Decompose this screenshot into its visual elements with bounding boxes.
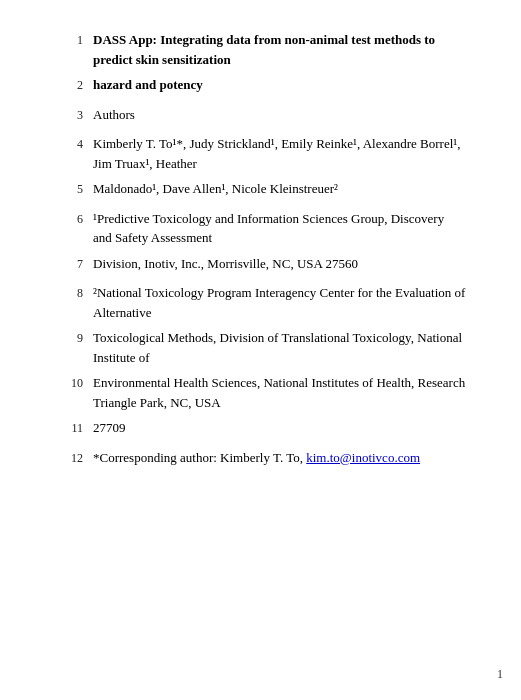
line-text: 27709 (93, 418, 466, 438)
line-number: 8 (55, 286, 83, 301)
line-number: 3 (55, 108, 83, 123)
line-number: 9 (55, 331, 83, 346)
document-line: 8²National Toxicology Program Interagenc… (55, 283, 466, 322)
line-text: Authors (93, 105, 466, 125)
line-text: ²National Toxicology Program Interagency… (93, 283, 466, 322)
line-text: DASS App: Integrating data from non-anim… (93, 30, 466, 69)
document-line: 6¹Predictive Toxicology and Information … (55, 209, 466, 248)
document-line: 9Toxicological Methods, Division of Tran… (55, 328, 466, 367)
document-line: 1127709 (55, 418, 466, 438)
line-number: 12 (55, 451, 83, 466)
line-text: hazard and potency (93, 75, 466, 95)
document-line: 7Division, Inotiv, Inc., Morrisville, NC… (55, 254, 466, 274)
line-text: *Corresponding author: Kimberly T. To, k… (93, 448, 466, 468)
line-text: Environmental Health Sciences, National … (93, 373, 466, 412)
line-text: Division, Inotiv, Inc., Morrisville, NC,… (93, 254, 466, 274)
document-line: 1DASS App: Integrating data from non-ani… (55, 30, 466, 69)
line-text: ¹Predictive Toxicology and Information S… (93, 209, 466, 248)
line-number: 2 (55, 78, 83, 93)
line-number: 4 (55, 137, 83, 152)
document-line: 12*Corresponding author: Kimberly T. To,… (55, 448, 466, 468)
line-text: Kimberly T. To¹*, Judy Strickland¹, Emil… (93, 134, 466, 173)
line-text: Maldonado¹, Dave Allen¹, Nicole Kleinstr… (93, 179, 466, 199)
line-number: 6 (55, 212, 83, 227)
document-line: 2hazard and potency (55, 75, 466, 95)
line-number: 7 (55, 257, 83, 272)
line-number: 5 (55, 182, 83, 197)
line-text: Toxicological Methods, Division of Trans… (93, 328, 466, 367)
line-number: 11 (55, 421, 83, 436)
page-number: 1 (497, 667, 503, 682)
line-number: 10 (55, 376, 83, 391)
line-number: 1 (55, 33, 83, 48)
document-line: 3Authors (55, 105, 466, 125)
document-line: 10Environmental Health Sciences, Nationa… (55, 373, 466, 412)
email-link[interactable]: kim.to@inotivco.com (306, 450, 420, 465)
document-line: 5Maldonado¹, Dave Allen¹, Nicole Kleinst… (55, 179, 466, 199)
document-line: 4Kimberly T. To¹*, Judy Strickland¹, Emi… (55, 134, 466, 173)
document-page: 1DASS App: Integrating data from non-ani… (0, 0, 521, 700)
